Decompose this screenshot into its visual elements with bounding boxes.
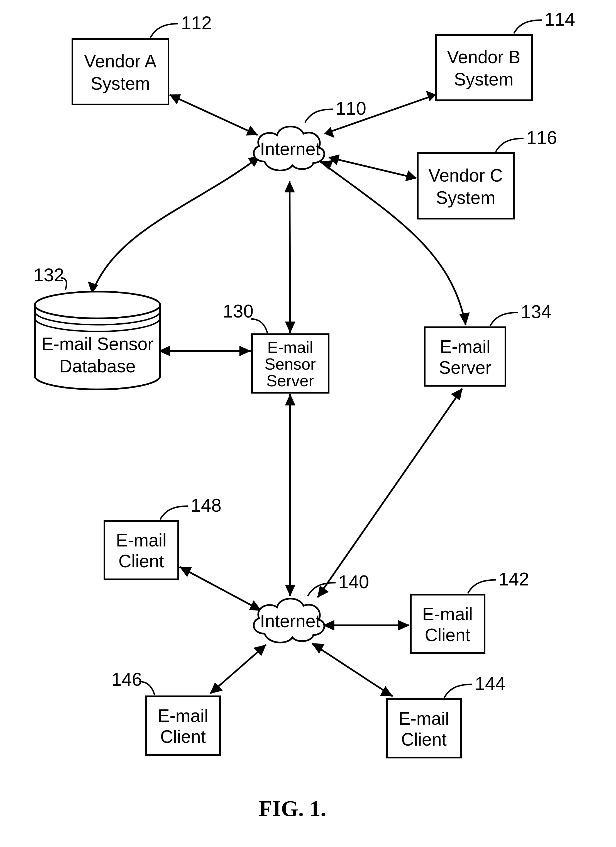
- vendor-b-line2: System: [454, 69, 513, 89]
- svg-marker-5: [324, 127, 334, 137]
- svg-marker-24: [317, 586, 329, 598]
- c144-ref: 144: [475, 673, 505, 694]
- vendor-b-node: Vendor B System 114: [436, 9, 575, 100]
- c148-line2: Client: [118, 551, 164, 571]
- vendor-a-line2: System: [90, 74, 150, 94]
- svg-line-9: [290, 181, 290, 333]
- svg-rect-39: [418, 153, 514, 218]
- ess-ref: 130: [223, 301, 253, 322]
- svg-marker-10: [284, 181, 295, 192]
- svg-marker-4: [426, 91, 436, 101]
- svg-line-25: [180, 567, 261, 611]
- internet-top-node: Internet 110: [254, 98, 366, 170]
- vendor-c-line2: System: [436, 188, 495, 208]
- vendor-c-node: Vendor C System 116: [418, 127, 557, 218]
- svg-marker-15: [460, 313, 470, 325]
- svg-marker-35: [312, 643, 324, 654]
- es-line2: Server: [439, 358, 492, 378]
- db-ref: 132: [34, 265, 64, 285]
- ess-line1: E-mail: [267, 338, 313, 356]
- vendor-a-line1: Vendor A: [84, 51, 156, 71]
- vendor-a-node: Vendor A System 112: [72, 13, 212, 105]
- vendor-c-ref: 116: [526, 127, 557, 148]
- internet-bottom-node: Internet 140: [254, 571, 369, 643]
- svg-marker-36: [380, 686, 393, 696]
- c146-line1: E-mail: [158, 706, 208, 726]
- c146-line2: Client: [160, 727, 206, 747]
- c142-line2: Client: [425, 625, 470, 645]
- svg-point-40: [35, 292, 160, 318]
- email-client-142: E-mail Client 142: [411, 569, 529, 653]
- internet-bottom-label: Internet: [260, 611, 320, 631]
- vendor-b-line1: Vendor B: [447, 47, 520, 67]
- es-line1: E-mail: [440, 337, 490, 357]
- c142-ref: 142: [498, 569, 529, 589]
- internet-top-label: Internet: [260, 139, 320, 159]
- email-client-144: E-mail Client 144: [387, 673, 505, 758]
- svg-marker-21: [285, 585, 295, 596]
- svg-rect-38: [436, 35, 532, 100]
- c148-line1: E-mail: [116, 530, 166, 550]
- svg-rect-37: [72, 39, 168, 105]
- db-line1: E-mail Sensor: [41, 334, 153, 354]
- ess-line2: Sensor: [265, 355, 316, 373]
- c148-ref: 148: [191, 495, 221, 515]
- svg-marker-11: [285, 322, 295, 333]
- es-ref: 134: [521, 301, 551, 322]
- c146-ref: 146: [111, 669, 142, 690]
- email-client-146: E-mail Client 146: [111, 669, 220, 755]
- figure-label: FIG. 1.: [259, 796, 326, 821]
- c142-line1: E-mail: [422, 604, 473, 624]
- c144-line1: E-mail: [398, 708, 449, 729]
- vendor-b-ref: 114: [544, 9, 575, 30]
- svg-line-34: [312, 643, 393, 696]
- vendor-c-line1: Vendor C: [429, 165, 503, 186]
- svg-marker-18: [240, 346, 251, 356]
- email-server-node: E-mail Server 134: [425, 301, 551, 386]
- db-line2: Database: [59, 356, 136, 376]
- svg-marker-14: [320, 161, 333, 170]
- svg-line-6: [329, 157, 416, 178]
- vendor-a-ref: 112: [181, 13, 212, 33]
- svg-marker-23: [451, 388, 462, 400]
- svg-marker-30: [398, 620, 410, 630]
- internet-top-ref: 110: [336, 98, 366, 119]
- svg-marker-7: [405, 170, 416, 181]
- internet-bottom-ref: 140: [338, 571, 369, 592]
- c144-line2: Client: [401, 729, 447, 750]
- ess-line3: Server: [267, 372, 314, 390]
- svg-line-0: [169, 95, 258, 135]
- email-client-148: E-mail Client 148: [105, 495, 221, 579]
- system-architecture-diagram: Vendor A System 112 Vendor B System 114 …: [0, 0, 616, 847]
- svg-line-22: [317, 388, 462, 598]
- email-sensor-server-node: E-mail Sensor Server 130: [223, 301, 329, 393]
- svg-marker-20: [285, 394, 295, 405]
